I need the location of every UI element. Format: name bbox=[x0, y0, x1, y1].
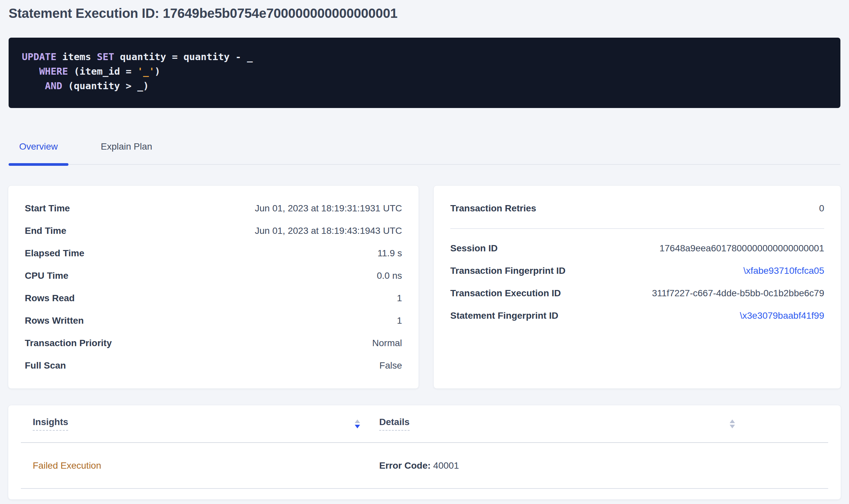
sql-statement-box: UPDATE items SET quantity = quantity - _… bbox=[8, 38, 841, 108]
sql-text bbox=[22, 80, 45, 91]
insights-table-card: Insights Details Failed Execution Error … bbox=[8, 405, 841, 500]
sort-control-insights[interactable] bbox=[355, 419, 360, 428]
identifiers-card: Transaction Retries 0 Session ID 17648a9… bbox=[433, 185, 841, 389]
statement-fingerprint-id-link[interactable]: \x3e3079baabf41f99 bbox=[740, 310, 824, 321]
tab-explain-plan[interactable]: Explain Plan bbox=[90, 141, 163, 164]
stat-value: 17648a9eea6017800000000000000001 bbox=[660, 243, 824, 254]
summary-cards: Start Time Jun 01, 2023 at 18:19:31:1931… bbox=[8, 185, 841, 389]
stat-label: Statement Fingerprint ID bbox=[450, 310, 558, 321]
sort-control-details[interactable] bbox=[730, 419, 735, 428]
stat-label: Start Time bbox=[25, 203, 70, 214]
sql-text: quantity = quantity - _ bbox=[114, 51, 253, 62]
sql-line: AND (quantity > _) bbox=[22, 78, 827, 93]
stat-row-cpu-time: CPU Time 0.0 ns bbox=[25, 265, 402, 287]
statement-execution-id: 17649be5b0754e700000000000000001 bbox=[163, 6, 397, 20]
stat-row-start-time: Start Time Jun 01, 2023 at 18:19:31:1931… bbox=[25, 197, 402, 220]
column-header-details-label: Details bbox=[379, 417, 410, 431]
stat-label: Session ID bbox=[450, 243, 498, 254]
sql-line: WHERE (item_id = '_') bbox=[22, 64, 827, 78]
column-header-insights-label: Insights bbox=[33, 417, 68, 431]
sql-text: (item_id = bbox=[68, 66, 138, 77]
stat-value: Normal bbox=[372, 338, 402, 348]
stat-value: 1 bbox=[397, 293, 402, 304]
overview-card: Start Time Jun 01, 2023 at 18:19:31:1931… bbox=[8, 185, 419, 389]
stat-value: 1 bbox=[397, 316, 402, 326]
stat-row-session-id: Session ID 17648a9eea6017800000000000000… bbox=[450, 237, 824, 259]
stat-row-transaction-retries: Transaction Retries 0 bbox=[450, 197, 824, 220]
stat-label: Transaction Fingerprint ID bbox=[450, 266, 565, 276]
stat-value: 311f7227-c667-4dde-b5bb-0c1b2bbe6c79 bbox=[652, 288, 824, 299]
stat-label: Elapsed Time bbox=[25, 248, 84, 258]
sort-desc-icon[interactable] bbox=[355, 425, 360, 428]
stat-label: CPU Time bbox=[25, 270, 68, 281]
stat-row-transaction-priority: Transaction Priority Normal bbox=[25, 332, 402, 354]
stat-row-end-time: End Time Jun 01, 2023 at 18:19:43:1943 U… bbox=[25, 220, 402, 242]
page-header: Statement Execution ID: 17649be5b0754e70… bbox=[0, 0, 849, 21]
stat-label: End Time bbox=[25, 226, 67, 236]
sql-string-literal: '_' bbox=[137, 66, 154, 77]
stat-value: False bbox=[380, 360, 402, 371]
tab-bar: Overview Explain Plan bbox=[8, 141, 841, 165]
sql-line: UPDATE items SET quantity = quantity - _ bbox=[22, 50, 827, 64]
stat-label: Transaction Priority bbox=[25, 338, 112, 348]
stat-row-transaction-fingerprint-id: Transaction Fingerprint ID \xfabe93710fc… bbox=[450, 259, 824, 282]
error-code-label: Error Code: bbox=[379, 461, 431, 471]
stat-value: 0 bbox=[819, 203, 824, 214]
error-code-value: 40001 bbox=[433, 461, 459, 471]
insight-row: Failed Execution Error Code: 40001 bbox=[21, 443, 828, 489]
page-title-prefix: Statement Execution ID: bbox=[8, 6, 159, 20]
stat-row-rows-read: Rows Read 1 bbox=[25, 287, 402, 309]
tab-explain-plan-label: Explain Plan bbox=[101, 141, 152, 151]
stat-row-elapsed-time: Elapsed Time 11.9 s bbox=[25, 242, 402, 265]
stat-label: Rows Written bbox=[25, 316, 84, 326]
tab-overview-label: Overview bbox=[19, 141, 58, 151]
stat-value: 11.9 s bbox=[378, 248, 402, 258]
sql-keyword: SET bbox=[97, 51, 114, 62]
stat-row-transaction-execution-id: Transaction Execution ID 311f7227-c667-4… bbox=[450, 282, 824, 305]
page-title: Statement Execution ID: 17649be5b0754e70… bbox=[8, 5, 841, 21]
card-divider bbox=[450, 228, 824, 229]
transaction-fingerprint-id-link[interactable]: \xfabe93710fcfca05 bbox=[744, 266, 824, 276]
sql-keyword: UPDATE bbox=[22, 51, 56, 62]
stat-row-rows-written: Rows Written 1 bbox=[25, 309, 402, 332]
sql-text: (quantity > _) bbox=[62, 80, 149, 91]
sql-keyword: AND bbox=[45, 80, 62, 91]
sort-desc-icon[interactable] bbox=[730, 425, 735, 428]
stat-label: Full Scan bbox=[25, 360, 66, 371]
sql-statement-text: UPDATE items SET quantity = quantity - _… bbox=[22, 50, 827, 93]
tab-overview[interactable]: Overview bbox=[8, 141, 68, 164]
stat-label: Transaction Retries bbox=[450, 203, 536, 214]
stat-row-statement-fingerprint-id: Statement Fingerprint ID \x3e3079baabf41… bbox=[450, 305, 824, 327]
insight-details-cell: Error Code: 40001 bbox=[367, 461, 459, 471]
sql-text: items bbox=[56, 51, 97, 62]
sql-text bbox=[22, 66, 39, 77]
insights-table-header: Insights Details bbox=[21, 405, 828, 443]
stat-label: Rows Read bbox=[25, 293, 75, 304]
column-header-insights[interactable]: Insights bbox=[21, 417, 367, 431]
stat-value: Jun 01, 2023 at 18:19:43:1943 UTC bbox=[255, 226, 402, 236]
stat-label: Transaction Execution ID bbox=[450, 288, 561, 299]
sql-keyword: WHERE bbox=[39, 66, 68, 77]
sql-text: ) bbox=[155, 66, 160, 77]
insight-type-cell: Failed Execution bbox=[21, 461, 367, 471]
stat-value: 0.0 ns bbox=[377, 270, 402, 281]
stat-row-full-scan: Full Scan False bbox=[25, 354, 402, 377]
sort-asc-icon[interactable] bbox=[355, 419, 360, 423]
column-header-details[interactable]: Details bbox=[367, 417, 742, 431]
stat-value: Jun 01, 2023 at 18:19:31:1931 UTC bbox=[255, 203, 402, 214]
sort-asc-icon[interactable] bbox=[730, 419, 735, 423]
